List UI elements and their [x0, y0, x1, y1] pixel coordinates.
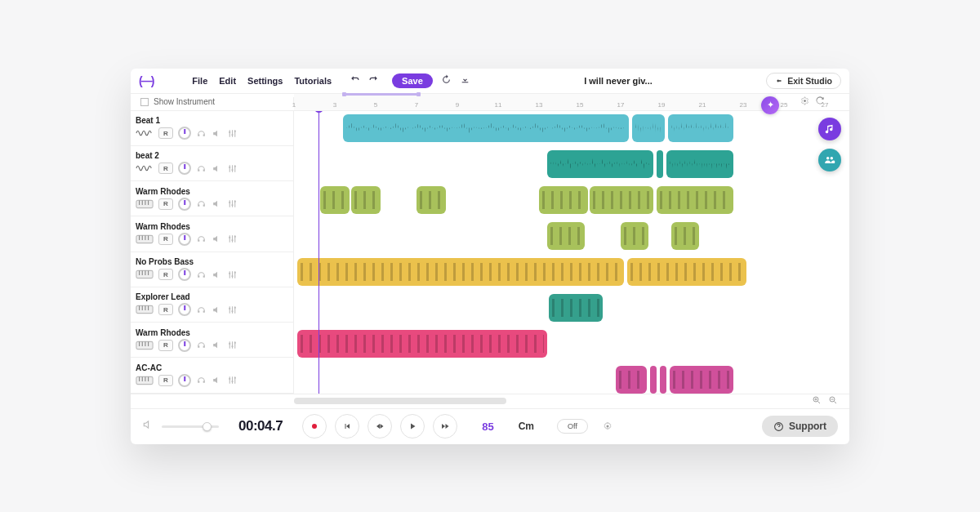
- metronome-toggle[interactable]: Off: [557, 419, 588, 434]
- exit-studio-button[interactable]: Exit Studio: [766, 73, 841, 89]
- pan-knob[interactable]: [178, 374, 191, 387]
- arrangement-row[interactable]: [294, 327, 849, 363]
- midi-clip[interactable]: [657, 186, 733, 214]
- pan-knob[interactable]: [178, 268, 191, 281]
- fx-icon[interactable]: [227, 234, 238, 244]
- audio-clip[interactable]: [632, 114, 665, 142]
- collaborators-button[interactable]: [818, 149, 841, 171]
- volume-icon[interactable]: [212, 340, 222, 350]
- record-arm-button[interactable]: R: [158, 127, 173, 139]
- arrangement-row[interactable]: [294, 111, 849, 147]
- record-button[interactable]: [302, 414, 327, 439]
- midi-clip[interactable]: [671, 222, 699, 250]
- key-display[interactable]: Cm: [519, 421, 534, 432]
- midi-clip[interactable]: [660, 366, 666, 394]
- fast-forward-button[interactable]: [433, 414, 457, 439]
- headphones-icon[interactable]: [196, 269, 207, 280]
- audio-clip[interactable]: [666, 150, 733, 178]
- playhead[interactable]: [318, 111, 319, 394]
- midi-clip[interactable]: [297, 330, 547, 358]
- midi-clip[interactable]: [650, 366, 657, 394]
- midi-clip[interactable]: [590, 186, 653, 214]
- midi-clip[interactable]: [627, 258, 746, 286]
- record-arm-button[interactable]: R: [158, 269, 173, 280]
- volume-icon[interactable]: [212, 128, 222, 139]
- fx-icon[interactable]: [227, 198, 238, 209]
- menu-file[interactable]: File: [192, 76, 207, 86]
- metronome-settings-icon[interactable]: [603, 421, 612, 431]
- audio-clip[interactable]: [657, 150, 663, 178]
- timeline-ruler[interactable]: 13579111315171921232527: [294, 94, 776, 110]
- menu-settings[interactable]: Settings: [247, 76, 283, 86]
- midi-clip[interactable]: [670, 366, 733, 394]
- pan-knob[interactable]: [178, 339, 191, 352]
- save-button[interactable]: Save: [392, 73, 433, 88]
- audio-clip[interactable]: [343, 114, 629, 142]
- loop-region[interactable]: [343, 93, 420, 96]
- midi-clip[interactable]: [320, 186, 350, 214]
- scroll-thumb[interactable]: [294, 398, 506, 404]
- song-title[interactable]: I will never giv...: [477, 76, 760, 86]
- track-header[interactable]: Warm RhodesR: [131, 181, 293, 216]
- pan-knob[interactable]: [178, 127, 191, 140]
- library-button[interactable]: [818, 118, 841, 140]
- arrangement-row[interactable]: [294, 363, 849, 394]
- track-header[interactable]: Warm RhodesR: [131, 216, 293, 252]
- record-arm-button[interactable]: R: [158, 375, 173, 386]
- volume-icon[interactable]: [212, 375, 222, 385]
- headphones-icon[interactable]: [196, 340, 207, 350]
- volume-icon[interactable]: [212, 163, 222, 174]
- fx-icon[interactable]: [227, 269, 238, 280]
- mute-icon[interactable]: [142, 419, 154, 434]
- master-volume-slider[interactable]: [162, 425, 219, 428]
- show-instrument-toggle[interactable]: Show Instrument: [131, 97, 294, 106]
- timecode-display[interactable]: 00:04.7: [238, 418, 283, 434]
- download-icon[interactable]: [460, 74, 470, 87]
- rewind-button[interactable]: [368, 414, 392, 439]
- midi-clip[interactable]: [297, 258, 624, 286]
- tempo-display[interactable]: 85: [482, 421, 493, 433]
- menu-tutorials[interactable]: Tutorials: [294, 76, 332, 86]
- arrangement-row[interactable]: [294, 219, 849, 255]
- play-button[interactable]: [400, 414, 425, 439]
- midi-clip[interactable]: [416, 186, 446, 214]
- settings-icon[interactable]: [800, 96, 809, 107]
- go-to-start-button[interactable]: [335, 414, 359, 439]
- headphones-icon[interactable]: [196, 163, 207, 174]
- headphones-icon[interactable]: [196, 198, 207, 209]
- track-header[interactable]: No Probs BassR: [131, 252, 293, 287]
- pan-knob[interactable]: [178, 198, 191, 211]
- midi-clip[interactable]: [549, 294, 603, 322]
- track-header[interactable]: Warm RhodesR: [131, 323, 293, 358]
- record-arm-button[interactable]: R: [158, 340, 173, 351]
- record-arm-button[interactable]: R: [158, 234, 173, 245]
- midi-clip[interactable]: [621, 222, 648, 250]
- arrangement-row[interactable]: [294, 147, 849, 183]
- fx-icon[interactable]: [227, 305, 238, 315]
- undo-icon[interactable]: [350, 74, 360, 87]
- redo-icon[interactable]: [368, 74, 379, 87]
- volume-icon[interactable]: [212, 234, 222, 244]
- track-header[interactable]: Explorer LeadR: [131, 287, 293, 323]
- zoom-in-icon[interactable]: [812, 394, 822, 408]
- audio-clip[interactable]: [668, 114, 733, 142]
- headphones-icon[interactable]: [196, 305, 207, 315]
- horizontal-scrollbar[interactable]: [294, 394, 800, 408]
- volume-icon[interactable]: [212, 305, 222, 315]
- track-header[interactable]: AC-ACR: [131, 358, 293, 393]
- fx-icon[interactable]: [227, 163, 238, 174]
- menu-edit[interactable]: Edit: [219, 76, 236, 86]
- audio-clip[interactable]: [547, 150, 653, 178]
- record-arm-button[interactable]: R: [158, 304, 173, 315]
- midi-clip[interactable]: [616, 366, 647, 394]
- midi-clip[interactable]: [539, 186, 588, 214]
- arrangement-grid[interactable]: [294, 111, 849, 394]
- volume-icon[interactable]: [212, 269, 222, 280]
- volume-handle[interactable]: [203, 422, 212, 431]
- headphones-icon[interactable]: [196, 234, 207, 244]
- headphones-icon[interactable]: [196, 375, 207, 385]
- track-header[interactable]: beat 2R: [131, 146, 293, 181]
- pan-knob[interactable]: [178, 303, 191, 316]
- headphones-icon[interactable]: [196, 128, 207, 139]
- history-icon[interactable]: [441, 74, 452, 87]
